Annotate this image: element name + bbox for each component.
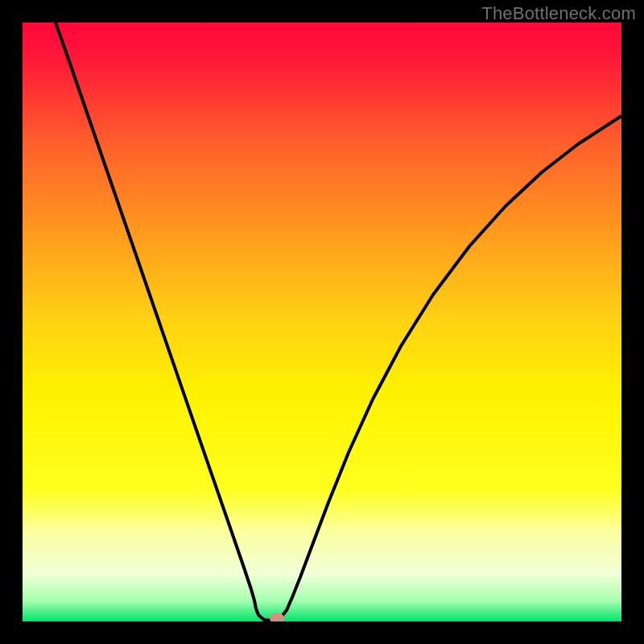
gradient-background [23, 23, 621, 621]
watermark-text: TheBottleneck.com [481, 3, 636, 24]
chart-frame [23, 23, 621, 621]
bottleneck-chart [23, 23, 621, 621]
